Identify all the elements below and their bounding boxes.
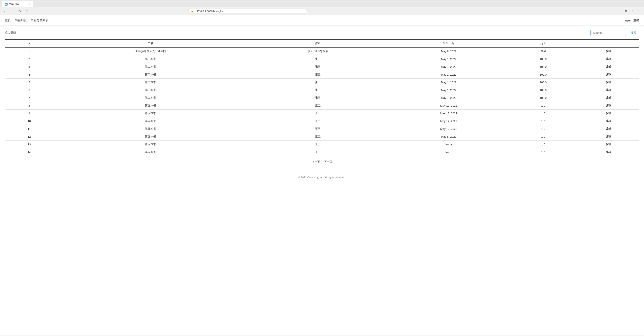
edit-button[interactable]: 编辑 [606,65,611,68]
edit-button[interactable]: 编辑 [606,73,611,76]
table-body: 1 Django开发从入门到实践 段艺, 涂伟忠编著 May 8, 2022 5… [5,47,639,156]
cell-author: 张三 [247,63,388,71]
cell-action[interactable]: 编辑 [578,86,639,94]
col-header-pubdate: 出版日期 [389,39,509,47]
url-bar[interactable]: 🔒 127.0.0.1:8000/book_list [188,9,308,14]
tab-close-button[interactable]: × [28,3,30,6]
cell-action[interactable]: 编辑 [578,110,639,117]
add-book-button[interactable]: 添加书籍 [5,31,16,35]
cell-pubdate: May 12, 2022 [389,110,509,117]
cell-action[interactable]: 编辑 [578,148,639,156]
cell-id: 9 [5,110,54,117]
cell-id: 4 [5,71,54,79]
cell-action[interactable]: 编辑 [578,117,639,125]
nav-book-list[interactable]: 书籍列表 [15,19,27,22]
cell-price: 100.0 [509,79,578,86]
cell-author: 张三 [247,79,388,86]
cell-title: 第五本书 [54,110,247,117]
cell-pubdate: May 8, 2022 [389,47,509,55]
extensions-button[interactable]: ⚙ [623,8,629,14]
cell-pubdate: May 1, 2022 [389,55,509,63]
cell-pubdate: May 12, 2022 [389,125,509,133]
edit-button[interactable]: 编辑 [606,88,611,92]
cell-pubdate: May 12, 2022 [389,102,509,110]
cell-title: 第五本书 [54,102,247,110]
cell-action[interactable]: 编辑 [578,71,639,79]
cell-action[interactable]: 编辑 [578,94,639,102]
cell-title: 第二本书 [54,79,247,86]
cell-id: 10 [5,117,54,125]
cell-pubdate: May 1, 2022 [389,94,509,102]
cell-id: 12 [5,133,54,141]
cell-price: 1.0 [509,110,578,117]
edit-button[interactable]: 编辑 [606,104,611,107]
cell-title: 第二本书 [54,55,247,63]
cell-id: 1 [5,47,54,55]
forward-button[interactable]: → [10,8,15,14]
cell-pubdate: May 1, 2022 [389,71,509,79]
cell-id: 2 [5,55,54,63]
next-page-button[interactable]: 下一页 [324,160,332,164]
address-bar: ← → ↻ ⌂ 🔒 127.0.0.1:8000/book_list ⚙ ☆ ⋮ [0,7,644,15]
col-header-action [578,39,639,47]
refresh-button[interactable]: ↻ [17,8,22,14]
cell-price: 1.0 [509,117,578,125]
table-row: 9 第五本书 王五 May 12, 2022 1.0 编辑 [5,110,639,117]
nav-links: 主页 书籍列表 书籍分类列表 [5,19,48,22]
cell-pubdate: May 1, 2022 [389,63,509,71]
col-header-id: # [5,39,54,47]
cell-pubdate: None [389,141,509,148]
cell-action[interactable]: 编辑 [578,125,639,133]
active-tab[interactable]: 📖 书籍列表 × [2,1,34,7]
cell-author: 王五 [247,117,388,125]
cell-id: 13 [5,141,54,148]
cell-price: 1.0 [509,141,578,148]
search-button[interactable]: 搜索 [628,30,639,36]
home-button[interactable]: ⌂ [24,8,30,14]
new-tab-button[interactable]: + [34,2,40,7]
edit-button[interactable]: 编辑 [606,135,611,138]
cell-action[interactable]: 编辑 [578,133,639,141]
main-area: 添加书籍 搜索 # 书名 作者 出版日期 定价 1 Django开发 [0,26,644,172]
prev-page-button[interactable]: 上一页 [312,160,320,164]
cell-author: 段艺, 涂伟忠编著 [247,47,388,55]
cell-action[interactable]: 编辑 [578,102,639,110]
logout-button[interactable]: 退出 [633,19,639,22]
edit-button[interactable]: 编辑 [606,112,611,115]
cell-author: 王五 [247,102,388,110]
copyright-text: © 2022 Company, Inc. All rights reserved… [298,176,346,179]
menu-button[interactable]: ⋮ [636,8,642,14]
cell-price: 100.0 [509,71,578,79]
cell-title: 第五本书 [54,148,247,156]
cell-action[interactable]: 编辑 [578,55,639,63]
back-button[interactable]: ← [2,8,8,14]
nav-home[interactable]: 主页 [5,19,11,22]
tab-title: 书籍列表 [9,3,20,6]
book-table: # 书名 作者 出版日期 定价 1 Django开发从入门到实践 段艺, 涂伟忠… [5,39,639,156]
cell-id: 8 [5,102,54,110]
table-row: 1 Django开发从入门到实践 段艺, 涂伟忠编著 May 8, 2022 5… [5,47,639,55]
cell-pubdate: None [389,148,509,156]
edit-button[interactable]: 编辑 [606,96,611,99]
cell-id: 7 [5,94,54,102]
edit-button[interactable]: 编辑 [606,127,611,130]
edit-button[interactable]: 编辑 [606,81,611,84]
cell-action[interactable]: 编辑 [578,79,639,86]
search-input[interactable] [590,30,626,36]
cell-price: 1.0 [509,125,578,133]
edit-button[interactable]: 编辑 [606,143,611,146]
cell-action[interactable]: 编辑 [578,63,639,71]
table-row: 10 第五本书 王五 May 12, 2022 1.0 编辑 [5,117,639,125]
bookmark-button[interactable]: ☆ [630,8,635,14]
table-row: 3 第二本书 张三 May 1, 2022 100.0 编辑 [5,63,639,71]
footer: © 2022 Company, Inc. All rights reserved… [0,172,644,183]
nav-book-category[interactable]: 书籍分类列表 [30,19,48,22]
cell-action[interactable]: 编辑 [578,141,639,148]
edit-button[interactable]: 编辑 [606,50,611,53]
cell-price: 100.0 [509,86,578,94]
edit-button[interactable]: 编辑 [606,119,611,123]
table-row: 2 第二本书 张三 May 1, 2022 100.0 编辑 [5,55,639,63]
cell-action[interactable]: 编辑 [578,47,639,55]
edit-button[interactable]: 编辑 [606,150,611,154]
edit-button[interactable]: 编辑 [606,57,611,61]
